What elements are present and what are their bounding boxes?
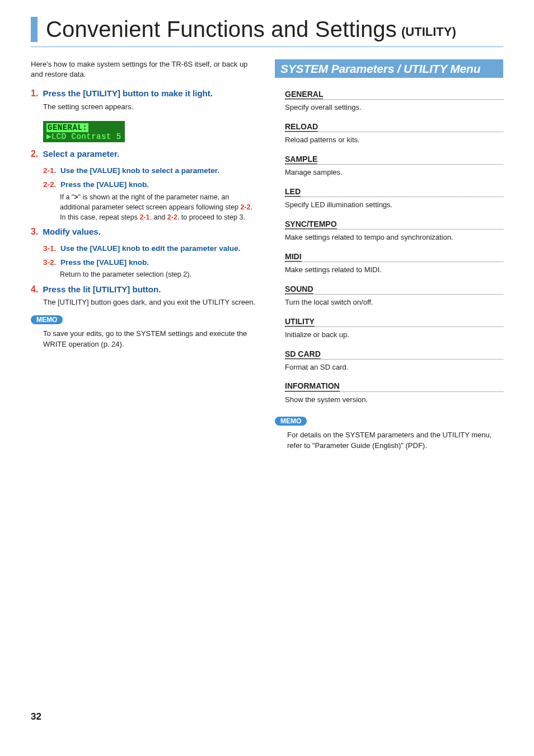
step-4-post: button. [130, 284, 161, 294]
memo-pill-left: MEMO [31, 315, 63, 324]
substep-2-2-pre: Press the [60, 180, 97, 189]
substep-3-2-post: knob. [127, 258, 149, 267]
param-title-text: UTILITY [285, 318, 315, 326]
substep-2-2-body: If a ">" is shown at the right of the pa… [60, 192, 259, 222]
param-title-text: RELOAD [285, 123, 318, 132]
lcd-screen: GENERAL: ▶LCD Contrast 5 [43, 121, 125, 142]
substep-3-2-num: 3-2. [43, 258, 56, 267]
sb22-a: If a " [60, 193, 74, 201]
substep-3-2-body: Return to the parameter selection (step … [60, 269, 259, 279]
step-4-bracket: [UTILITY] [93, 284, 130, 294]
param-title-text: SYNC/TEMPO [285, 220, 337, 229]
step-3-num: 3. [31, 227, 38, 236]
step-1-pre: Press the [43, 88, 83, 98]
sb22-ref1: 2-2 [240, 203, 250, 211]
substep-3-1-head: 3-1. Use the [VALUE] knob to edit the pa… [43, 244, 259, 254]
param-item: INFORMATIONShow the system version. [285, 382, 503, 404]
memo-text-right: For details on the SYSTEM parameters and… [287, 430, 503, 450]
page-title-row: Convenient Functions and Settings (UTILI… [31, 17, 503, 42]
param-desc: Manage samples. [285, 167, 503, 178]
sb22-d: . and [150, 213, 167, 221]
sb22-ref3: 2-2 [167, 213, 177, 221]
param-item: UTILITYInitialize or back up. [285, 318, 503, 340]
param-item: SOUNDTurn the local switch on/off. [285, 285, 503, 307]
page-number: 32 [31, 711, 41, 722]
sb22-b: " is shown at the right of the parameter… [60, 193, 240, 211]
arrow-icon: > [74, 193, 78, 201]
param-title: UTILITY [285, 318, 503, 327]
left-column: Here's how to make system settings for t… [31, 59, 259, 451]
param-title: SD CARD [285, 350, 503, 360]
step-1-post: button to make it light. [120, 88, 213, 98]
step-1: 1. Press the [UTILITY] button to make it… [31, 87, 259, 112]
param-desc: Make settings related to tempo and synch… [285, 232, 503, 242]
step-1-head: 1. Press the [UTILITY] button to make it… [31, 87, 259, 100]
param-desc: Turn the local switch on/off. [285, 297, 503, 307]
page-title: Convenient Functions and Settings [46, 17, 397, 42]
step-4-num: 4. [31, 284, 38, 294]
section-bar: SYSTEM Parameters / UTILITY Menu [275, 59, 503, 78]
step-2: 2. Select a parameter. [31, 148, 259, 160]
param-desc: Reload patterns or kits. [285, 135, 503, 145]
param-title: SYNC/TEMPO [285, 220, 503, 230]
sb22-ref2: 2-1 [139, 213, 149, 221]
step-3-text: Modify values. [43, 227, 101, 236]
substep-2-2-head: 2-2. Press the [VALUE] knob. [43, 180, 259, 190]
lcd-line-2: ▶LCD Contrast 5 [46, 132, 121, 141]
param-title-text: GENERAL [285, 90, 323, 99]
substep-3-2-pre: Press the [60, 258, 97, 267]
substep-3-2-bracket: [VALUE] [97, 258, 127, 267]
param-title-text: SD CARD [285, 350, 321, 359]
param-item: SD CARDFormat an SD card. [285, 350, 503, 372]
param-desc: Initialize or back up. [285, 330, 503, 340]
substep-3-1: 3-1. Use the [VALUE] knob to edit the pa… [43, 244, 259, 254]
step-3: 3. Modify values. [31, 226, 259, 238]
param-title: SOUND [285, 285, 503, 295]
step-4-pre: Press the lit [43, 284, 93, 294]
step-2-num: 2. [31, 149, 38, 158]
substep-3-1-pre: Use the [60, 244, 90, 253]
substep-2-2-post: knob. [127, 180, 149, 189]
substep-2-1-head: 2-1. Use the [VALUE] knob to select a pa… [43, 166, 259, 176]
param-title: LED [285, 188, 503, 197]
param-desc: Specify overall settings. [285, 102, 503, 113]
param-item: SYNC/TEMPOMake settings related to tempo… [285, 220, 503, 242]
step-1-num: 1. [31, 88, 38, 98]
param-item: GENERALSpecify overall settings. [285, 90, 503, 113]
page-title-sub: (UTILITY) [401, 25, 456, 42]
memo-pill-right: MEMO [275, 417, 307, 426]
step-1-body: The setting screen appears. [43, 102, 259, 112]
substep-3-1-post: knob to edit the parameter value. [120, 244, 240, 253]
substep-2-1-pre: Use the [60, 166, 90, 175]
param-desc: Show the system version. [285, 395, 503, 405]
step-4: 4. Press the lit [UTILITY] button. The [… [31, 283, 259, 308]
param-desc: Make settings related to MIDI. [285, 265, 503, 275]
step-4-body: The [UTILITY] button goes dark, and you … [43, 297, 259, 307]
sb22-e: . to proceed to step 3. [177, 213, 245, 221]
param-item: SAMPLEManage samples. [285, 155, 503, 178]
substep-2-2: 2-2. Press the [VALUE] knob. If a ">" is… [43, 180, 259, 222]
right-column: SYSTEM Parameters / UTILITY Menu GENERAL… [275, 59, 503, 451]
param-item: RELOADReload patterns or kits. [285, 123, 503, 145]
param-title: RELOAD [285, 123, 503, 132]
substep-2-2-bracket: [VALUE] [97, 180, 127, 189]
substep-2-1-bracket: [VALUE] [90, 166, 120, 175]
param-title: MIDI [285, 253, 503, 262]
substep-3-1-bracket: [VALUE] [90, 244, 120, 253]
substep-3-2-head: 3-2. Press the [VALUE] knob. [43, 258, 259, 268]
substep-2-1-num: 2-1. [43, 166, 56, 175]
param-title-text: SOUND [285, 285, 313, 294]
title-rule [31, 46, 503, 47]
param-title-text: INFORMATION [285, 382, 340, 391]
substep-3-2: 3-2. Press the [VALUE] knob. Return to t… [43, 258, 259, 280]
step-3-head: 3. Modify values. [31, 226, 259, 238]
param-item: MIDIMake settings related to MIDI. [285, 253, 503, 275]
param-title-text: LED [285, 188, 301, 197]
param-desc: Format an SD card. [285, 362, 503, 372]
lcd-line-1: GENERAL: [46, 123, 88, 132]
memo-text-left: To save your edits, go to the SYSTEM set… [43, 329, 259, 349]
param-desc: Specify LED illumination settings. [285, 200, 503, 210]
intro-text: Here's how to make system settings for t… [31, 59, 259, 80]
substep-2-2-num: 2-2. [43, 180, 56, 189]
param-title: INFORMATION [285, 382, 503, 391]
